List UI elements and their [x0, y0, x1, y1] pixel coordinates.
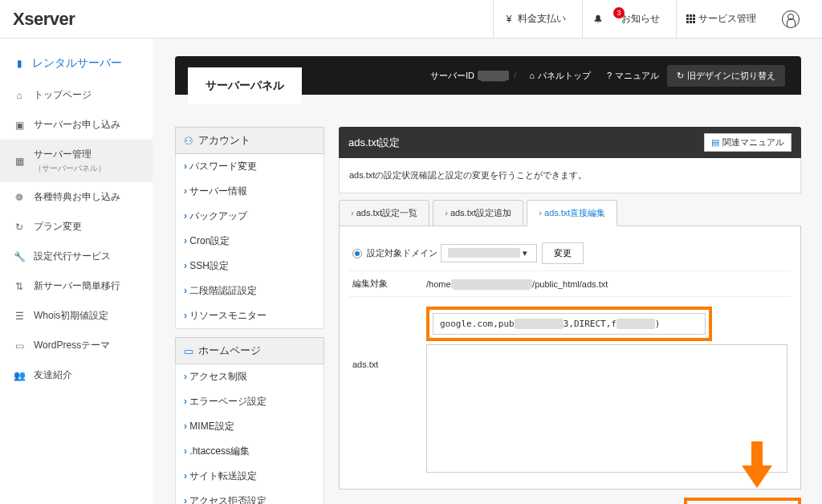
account-icon	[782, 10, 800, 28]
account-item-5[interactable]: 二段階認証設定	[176, 278, 324, 303]
sidebar-title: ▮ レンタルサーバー	[0, 47, 153, 80]
tab-1[interactable]: ads.txt設定追加	[433, 200, 523, 226]
old-design-button[interactable]: ↻ 旧デザインに切り替え	[667, 65, 785, 87]
secondary-nav: ⚇ アカウント パスワード変更サーバー情報バックアップCron設定SSH設定二段…	[175, 127, 324, 504]
domain-select[interactable]: ▾	[441, 244, 537, 262]
sidebar-item-9[interactable]: 👥友達紹介	[0, 360, 153, 390]
adstxt-highlight-box: google.com,pub████████3,DIRECT,f██████)	[426, 307, 712, 341]
nav-account[interactable]	[772, 0, 809, 39]
homepage-item-2[interactable]: MIME設定	[176, 414, 324, 439]
arrow-annotation	[737, 441, 777, 492]
bell-icon	[592, 14, 604, 25]
page-header: ads.txt設定 ▤ 関連マニュアル	[339, 127, 801, 158]
domain-radio[interactable]	[352, 249, 362, 258]
brand-logo: XXserverserver	[13, 9, 493, 30]
sidebar-icon: ❁	[13, 191, 26, 204]
sidebar-icon: 🔧	[13, 250, 26, 263]
sidebar-item-3[interactable]: ❁各種特典お申し込み	[0, 182, 153, 212]
homepage-item-0[interactable]: アクセス制限	[176, 364, 324, 389]
path-display: /home████████████/public_html/ads.txt	[426, 279, 608, 289]
server-id-label: サーバーID	[430, 70, 474, 82]
nav-billing-label: 料金支払い	[518, 12, 566, 26]
panel-top-link[interactable]: ⌂ パネルトップ	[521, 70, 599, 82]
yen-icon: ¥	[503, 14, 515, 25]
sidebar-icon: ▭	[13, 339, 26, 352]
nav-notice-label: お知らせ	[621, 12, 660, 26]
sidebar-item-6[interactable]: ⇅新サーバー簡単移行	[0, 271, 153, 301]
homepage-item-4[interactable]: サイト転送設定	[176, 464, 324, 489]
sidebar-icon: ▣	[13, 119, 26, 132]
form-box: 設定対象ドメイン ▾ 変更 編集対象 /home████████████/pub…	[339, 226, 801, 490]
sidebar-icon: ⇅	[13, 280, 26, 293]
nav-service[interactable]: サービス管理	[676, 0, 766, 39]
related-manual-button[interactable]: ▤ 関連マニュアル	[704, 133, 791, 152]
sidebar-item-5[interactable]: 🔧設定代行サービス	[0, 242, 153, 271]
account-item-1[interactable]: サーバー情報	[176, 179, 324, 204]
account-item-3[interactable]: Cron設定	[176, 229, 324, 254]
nav-notice[interactable]: 3 お知らせ	[582, 0, 669, 39]
panel-bar: サーバーパネル サーバーID ████ / ⌂ パネルトップ ? マニュアル ↻…	[175, 56, 801, 95]
account-item-6[interactable]: リソースモニター	[176, 303, 324, 328]
top-nav: ¥ 料金支払い 3 お知らせ サービス管理	[493, 0, 809, 39]
account-item-2[interactable]: バックアップ	[176, 204, 324, 229]
homepage-item-5[interactable]: アクセス拒否設定	[176, 489, 324, 504]
nav-billing[interactable]: ¥ 料金支払い	[493, 0, 576, 39]
edit-target-label: 編集対象	[352, 278, 426, 290]
account-item-4[interactable]: SSH設定	[176, 254, 324, 278]
page-description: ads.txtの設定状況確認と設定の変更を行うことができます。	[339, 158, 801, 193]
tab-list: ads.txt設定一覧ads.txt設定追加ads.txt直接編集	[339, 200, 801, 226]
sidebar-icon: ⌂	[13, 89, 26, 102]
homepage-item-1[interactable]: エラーページ設定	[176, 389, 324, 414]
tab-0[interactable]: ads.txt設定一覧	[339, 200, 429, 226]
nav-service-label: サービス管理	[698, 12, 756, 26]
sidebar-item-8[interactable]: ▭WordPressテーマ	[0, 331, 153, 360]
grid-icon	[686, 14, 695, 23]
homepage-section-head: ▭ ホームページ	[175, 337, 324, 364]
window-icon: ▭	[184, 345, 193, 357]
sidebar-icon: 👥	[13, 369, 26, 382]
left-sidebar: ▮ レンタルサーバー ⌂トップページ▣サーバーお申し込み▦サーバー管理（サーバー…	[0, 39, 153, 504]
sidebar-icon: ▦	[13, 155, 26, 168]
person-icon: ⚇	[184, 135, 193, 147]
change-button[interactable]: 変更	[542, 242, 584, 264]
sidebar-item-1[interactable]: ▣サーバーお申し込み	[0, 110, 153, 140]
adstxt-label: ads.txt	[352, 303, 426, 369]
sidebar-item-7[interactable]: ☰Whois初期値設定	[0, 301, 153, 331]
sidebar-icon: ↻	[13, 221, 26, 234]
adstxt-textarea[interactable]	[426, 344, 787, 473]
server-id-value: ████	[478, 71, 509, 80]
adstxt-input[interactable]: google.com,pub████████3,DIRECT,f██████)	[433, 313, 706, 335]
book-icon: ▤	[711, 137, 719, 148]
account-section-head: ⚇ アカウント	[175, 127, 324, 154]
server-icon: ▮	[13, 57, 26, 70]
sidebar-icon: ☰	[13, 310, 26, 323]
top-bar: XXserverserver ¥ 料金支払い 3 お知らせ サービス管理	[0, 0, 822, 39]
domain-label: 設定対象ドメイン	[367, 247, 441, 259]
sidebar-item-4[interactable]: ↻プラン変更	[0, 212, 153, 242]
submit-highlight-box: 確認画面へ進む	[684, 498, 801, 504]
sidebar-item-0[interactable]: ⌂トップページ	[0, 80, 153, 110]
homepage-item-3[interactable]: .htaccess編集	[176, 439, 324, 464]
tab-2[interactable]: ads.txt直接編集	[527, 200, 617, 226]
sidebar-item-2[interactable]: ▦サーバー管理（サーバーパネル）	[0, 140, 153, 182]
notice-badge: 3	[613, 7, 625, 18]
manual-link[interactable]: ? マニュアル	[599, 70, 667, 82]
account-item-0[interactable]: パスワード変更	[176, 154, 324, 179]
page-title: ads.txt設定	[348, 136, 400, 150]
panel-title: サーバーパネル	[188, 67, 302, 104]
